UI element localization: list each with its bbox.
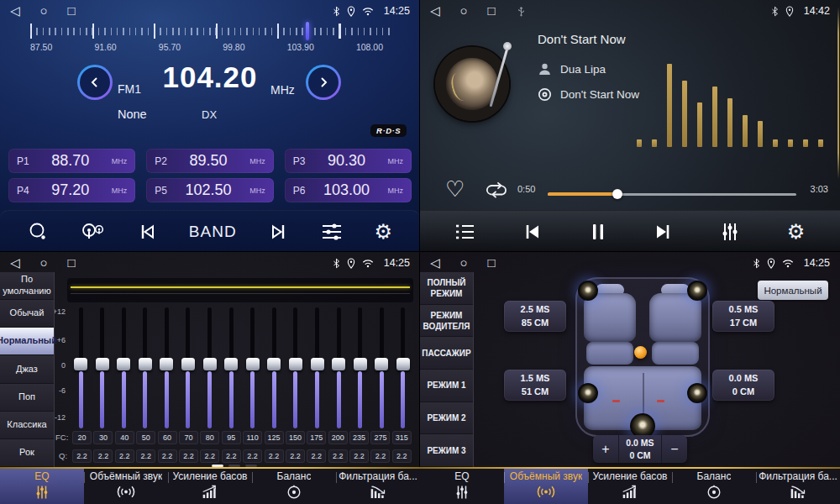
delay-rear-left-button[interactable]: 1.5 MS51 CM [504,370,566,401]
slider-knob[interactable] [139,358,152,370]
eq-band-slider[interactable] [72,306,89,430]
delay-rear-right-button[interactable]: 0.0 MS0 CM [712,370,774,401]
eq-preset-jazz[interactable]: Джаз [0,355,54,383]
increase-delay-button[interactable]: + [593,435,618,463]
mode-3[interactable]: РЕЖИМ 3 [420,434,473,467]
tab-bass-boost[interactable]: Усиление басов [168,469,252,504]
eq-band-slider[interactable] [158,306,175,430]
eq-band-slider[interactable] [94,306,111,430]
slider-knob[interactable] [117,358,130,370]
delay-front-right-button[interactable]: 0.5 MS17 CM [712,301,774,332]
eq-band-slider[interactable] [244,306,261,430]
playlist-button[interactable] [452,220,479,244]
previous-track-button[interactable] [518,218,545,245]
equalizer-button[interactable] [717,218,743,245]
eq-band-slider[interactable] [309,306,326,430]
tab-filter[interactable]: Фильтрация ба... [336,469,420,504]
tab-surround[interactable]: Объёмный звук [504,469,588,504]
eq-preset-custom[interactable]: Обычай [0,300,54,328]
eq-band-slider[interactable] [373,306,390,430]
preset-button[interactable]: P5102.50MHz [146,178,273,202]
eq-preset-rock[interactable]: Рок [0,439,54,467]
previous-button[interactable] [134,218,160,245]
decrease-delay-button[interactable]: − [662,435,687,463]
tab-bass-boost[interactable]: Усиление басов [588,469,672,504]
preset-button[interactable]: P188.70MHz [8,149,135,173]
eq-preset-classic[interactable]: Классика [0,412,54,439]
home-icon[interactable]: ○ [460,0,468,22]
tuner-pointer[interactable] [306,22,309,40]
eq-band-slider[interactable] [330,306,347,430]
slider-knob[interactable] [181,358,195,370]
tab-surround[interactable]: Объёмный звук [84,469,168,504]
preset-button[interactable]: P497.20MHz [8,178,135,202]
tune-settings-button[interactable] [318,218,346,245]
pause-button[interactable] [585,218,611,245]
next-button[interactable] [265,218,292,245]
scan-button[interactable] [24,218,51,245]
eq-preset-normal[interactable]: Нормальный [0,328,54,355]
next-track-button[interactable] [650,218,677,245]
home-icon[interactable]: ○ [40,0,48,22]
slider-knob[interactable] [203,358,217,370]
broadcast-button[interactable] [76,218,108,245]
slider-knob[interactable] [74,358,87,370]
slider-knob[interactable] [375,358,388,370]
back-icon[interactable]: ◁ [430,0,440,22]
eq-band-slider[interactable] [395,306,412,430]
tab-eq[interactable]: EQ [420,469,504,504]
preset-button[interactable]: P390.30MHz [285,149,412,173]
progress-bar[interactable] [548,189,796,199]
slider-knob[interactable] [224,358,238,370]
eq-band-slider[interactable] [202,306,218,430]
slider-knob[interactable] [160,358,173,370]
mode-driver[interactable]: РЕЖИМ ВОДИТЕЛЯ [420,305,473,338]
eq-band-slider[interactable] [137,306,154,430]
listening-position-marker[interactable] [634,346,647,359]
slider-knob[interactable] [96,358,109,370]
home-icon[interactable]: ○ [40,252,48,274]
band-button[interactable]: BAND [186,219,240,244]
mode-1[interactable]: РЕЖИМ 1 [420,370,473,402]
tuner-scale[interactable] [10,24,410,40]
slider-knob[interactable] [354,358,367,370]
eq-band-slider[interactable] [352,306,369,430]
eq-preset-pop[interactable]: Поп [0,384,54,412]
back-icon[interactable]: ◁ [430,252,440,274]
eq-band-slider[interactable] [115,306,132,430]
slider-knob[interactable] [396,358,410,370]
favorite-button[interactable]: ♡ [442,175,468,203]
profile-button[interactable]: Нормальный [758,281,828,300]
delay-front-left-button[interactable]: 2.5 MS85 CM [504,301,566,332]
tab-balance[interactable]: Баланс [252,469,336,504]
slider-knob[interactable] [332,358,345,370]
mode-passenger[interactable]: ПАССАЖИР [420,337,473,370]
slider-knob[interactable] [311,358,324,370]
mode-2[interactable]: РЕЖИМ 2 [420,402,473,435]
slider-knob[interactable] [267,358,281,370]
mode-full[interactable]: ПОЛНЫЙ РЕЖИМ [420,272,473,305]
tab-eq[interactable]: EQ [0,469,84,504]
settings-button[interactable]: ⚙ [370,218,396,245]
recents-icon[interactable]: □ [68,0,76,22]
eq-preset-default[interactable]: По умолчанию [0,272,54,300]
recents-icon[interactable]: □ [488,0,496,22]
slider-knob[interactable] [246,358,260,370]
tab-balance[interactable]: Баланс [672,469,756,504]
recents-icon[interactable]: □ [488,252,496,274]
back-icon[interactable]: ◁ [10,252,20,274]
eq-band-slider[interactable] [223,306,239,430]
preset-button[interactable]: P6103.00MHz [285,178,412,202]
recents-icon[interactable]: □ [68,252,76,274]
settings-button[interactable]: ⚙ [784,218,809,245]
eq-band-slider[interactable] [287,306,304,430]
eq-band-slider[interactable] [265,306,282,430]
slider-knob[interactable] [289,358,302,370]
eq-band-slider[interactable] [180,306,197,430]
progress-knob[interactable] [612,189,622,199]
seek-up-button[interactable] [306,65,341,100]
preset-button[interactable]: P289.50MHz [146,149,273,173]
home-icon[interactable]: ○ [460,252,468,274]
repeat-button[interactable] [482,178,512,202]
tab-filter[interactable]: Фильтрация ба... [756,469,840,504]
